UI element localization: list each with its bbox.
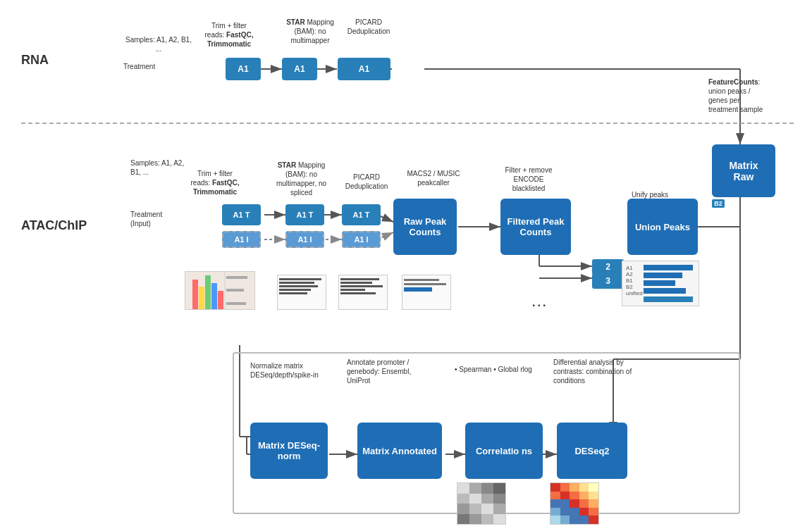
downstream-step1-note: Normalize matrix DESeq/depth/spike-in	[250, 361, 335, 380]
atac-step3-label: PICARDDeduplication	[338, 173, 395, 191]
correlations-box: Correlatio ns	[465, 423, 543, 479]
atac-box-a1t-1: A1 T	[222, 204, 261, 225]
num-box-2: 2	[592, 259, 624, 275]
rna-box-a1-1: A1	[226, 58, 261, 80]
rna-box-a1-3: A1	[338, 58, 390, 80]
num-box-3: 3	[592, 273, 624, 289]
rna-step3-label: PICARDDeduplication	[340, 18, 397, 36]
atac-box-a1i-1: A1 I	[222, 231, 261, 248]
matrix-deseq-box: Matrix DESeq-norm	[250, 423, 328, 479]
rna-step1-label: Trim + filterreads: FastQC,Trimmomatic	[194, 21, 264, 49]
atac-box-a1t-3: A1 T	[342, 204, 381, 225]
union-peaks-box: Union Peaks	[627, 199, 698, 255]
rna-step2-label: STAR Mapping(BAM): nomultimapper	[278, 18, 342, 45]
deseq2-box: DESeq2	[557, 423, 627, 479]
feature-counts-text: FeatureCounts:union peaks /genes pertrea…	[708, 77, 800, 114]
atac-box-a1i-2: A1 I	[285, 231, 324, 248]
downstream-step2-note: Annotate promoter / genebody: Ensembl, U…	[347, 358, 431, 385]
atac-step1-label: Trim + filterreads: FastQC,Trimmomatic	[180, 169, 250, 196]
matrix-annotated-box: Matrix Annotated	[357, 423, 442, 479]
atac-box-a1t-2: A1 T	[285, 204, 324, 225]
rna-samples-text: Samples: A1, A2, B1, ...	[123, 35, 194, 54]
atac-step2-label: STAR Mapping(BAM): nomultimapper, nospli…	[264, 161, 338, 197]
rna-box-a1-2: A1	[282, 58, 317, 80]
raw-peak-counts-box: Raw Peak Counts	[393, 199, 457, 255]
rna-label: RNA	[21, 53, 49, 68]
downstream-step4-note: Differential analysis by contrasts: comb…	[553, 358, 645, 385]
atac-box-a1i-3: A1 I	[342, 231, 381, 248]
filtered-peak-counts-box: Filtered Peak Counts	[500, 199, 571, 255]
atac-step4-label: MACS2 / MUSICpeakcaller	[402, 169, 465, 187]
matrix-raw-box: MatrixRaw	[712, 144, 775, 197]
downstream-step3-note: • Spearman • Global rlog	[455, 365, 532, 374]
atac-label: ATAC/ChIP	[21, 218, 87, 233]
atac-treatment-label: Treatment(Input)	[130, 210, 187, 228]
atac-step5-label: Filter + removeENCODEblacklisted	[493, 165, 564, 193]
ellipsis: ...	[532, 296, 548, 311]
mini-b2: B2	[712, 199, 725, 208]
rna-treatment-label: Treatment	[123, 62, 173, 71]
